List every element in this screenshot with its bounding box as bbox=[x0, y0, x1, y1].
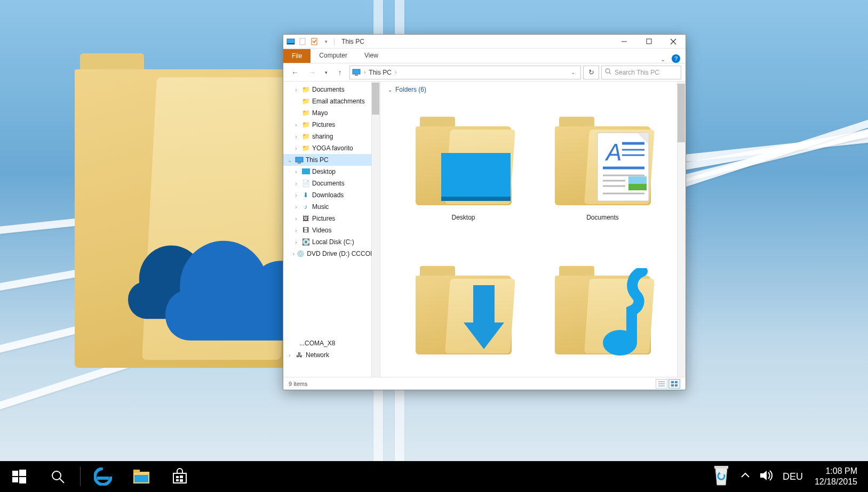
content-pane[interactable]: ⌄ Folders (6) Desktop bbox=[380, 82, 686, 377]
svg-rect-14 bbox=[302, 168, 310, 174]
help-icon[interactable]: ? bbox=[672, 54, 680, 63]
titlebar[interactable]: ▾ | This PC bbox=[283, 35, 686, 49]
taskbar[interactable]: DEU 1:08 PM 12/18/2015 bbox=[0, 461, 868, 492]
svg-line-11 bbox=[609, 72, 611, 74]
folder-item-music[interactable]: Music bbox=[536, 251, 670, 377]
volume-icon[interactable] bbox=[759, 469, 774, 484]
tree-item-mayo[interactable]: 📁Mayo bbox=[283, 107, 380, 119]
edge-icon bbox=[94, 467, 112, 486]
tree-item-dvd[interactable]: ›💿DVD Drive (D:) CCCOMA_X bbox=[283, 248, 380, 260]
content-scrollbar[interactable] bbox=[677, 82, 686, 377]
folder-icon: 📁 bbox=[301, 97, 310, 106]
folder-label: Documents bbox=[586, 214, 619, 221]
nav-history-button[interactable]: ▾ bbox=[322, 66, 330, 79]
desktop: ▾ | This PC File Computer View bbox=[0, 0, 868, 492]
tree-item-yoga[interactable]: ›📁YOGA favorito bbox=[283, 142, 380, 154]
svg-point-32 bbox=[603, 330, 637, 356]
taskbar-divider bbox=[80, 467, 81, 486]
taskbar-edge[interactable] bbox=[84, 461, 122, 492]
svg-rect-38 bbox=[671, 384, 674, 386]
tree-scrollbar[interactable] bbox=[371, 82, 380, 377]
downloads-icon: ⬇ bbox=[301, 191, 310, 199]
ribbon-tab-view[interactable]: View bbox=[356, 48, 387, 63]
refresh-button[interactable]: ↻ bbox=[583, 66, 599, 79]
close-button[interactable] bbox=[661, 35, 686, 49]
quick-access-doc-icon[interactable] bbox=[298, 37, 307, 46]
tree-item-desktop[interactable]: ›Desktop bbox=[283, 166, 380, 178]
navigation-tree[interactable]: ›📁Documents 📁Email attachments 📁Mayo ›📁P… bbox=[283, 82, 380, 377]
network-icon: 🖧 bbox=[295, 351, 304, 359]
system-menu-icon[interactable] bbox=[286, 37, 295, 46]
ribbon-tab-computer[interactable]: Computer bbox=[310, 48, 356, 63]
svg-rect-2 bbox=[300, 38, 305, 45]
tree-item-pictures[interactable]: ›📁Pictures bbox=[283, 119, 380, 131]
folder-item-desktop[interactable]: Desktop bbox=[396, 102, 530, 240]
icons-view-button[interactable] bbox=[668, 379, 680, 389]
tree-item-tree-pictures[interactable]: ›🖼Pictures bbox=[283, 213, 380, 224]
tree-item-documents[interactable]: ›📁Documents bbox=[283, 84, 380, 95]
address-bar[interactable]: › This PC › ⌄ bbox=[349, 66, 581, 79]
taskbar-explorer[interactable] bbox=[122, 461, 161, 492]
svg-text:A: A bbox=[604, 139, 622, 165]
nav-forward-button[interactable]: → bbox=[305, 66, 320, 79]
breadcrumb-sep-icon[interactable]: › bbox=[364, 69, 365, 75]
folder-item-documents[interactable]: A bbox=[536, 102, 670, 240]
tree-item-this-pc[interactable]: ⌄This PC bbox=[283, 154, 380, 166]
svg-rect-5 bbox=[647, 39, 651, 44]
windows-logo-icon bbox=[12, 470, 26, 483]
pictures-icon: 🖼 bbox=[301, 214, 310, 223]
search-input[interactable] bbox=[615, 69, 678, 76]
group-header-label: Folders (6) bbox=[395, 86, 426, 93]
search-box[interactable] bbox=[601, 66, 681, 79]
svg-rect-27 bbox=[628, 184, 647, 190]
svg-rect-55 bbox=[714, 466, 728, 469]
music-overlay-icon bbox=[587, 268, 656, 359]
address-dropdown-icon[interactable]: ⌄ bbox=[568, 69, 578, 75]
tree-item-tree-documents[interactable]: ›📄Documents bbox=[283, 178, 380, 189]
file-explorer-icon bbox=[132, 469, 150, 485]
svg-rect-1 bbox=[287, 43, 294, 44]
store-icon bbox=[171, 468, 188, 485]
language-indicator[interactable]: DEU bbox=[783, 471, 803, 482]
tree-item-truncated[interactable]: ...COMA_X8 bbox=[283, 337, 380, 349]
chevron-down-icon: ⌄ bbox=[388, 87, 392, 93]
maximize-button[interactable] bbox=[636, 35, 661, 49]
breadcrumb-sep-icon[interactable]: › bbox=[395, 69, 396, 75]
tree-item-music[interactable]: ›♪Music bbox=[283, 201, 380, 213]
quick-access-dropdown-icon[interactable]: ▾ bbox=[322, 37, 330, 46]
details-view-button[interactable] bbox=[656, 379, 667, 389]
folder-icon: 📁 bbox=[301, 144, 310, 152]
folder-item-downloads[interactable]: Downloads bbox=[396, 251, 530, 377]
tray-overflow-icon[interactable] bbox=[740, 470, 751, 483]
ribbon-expand-icon[interactable]: ⌄ bbox=[657, 56, 668, 63]
taskbar-store[interactable] bbox=[161, 461, 199, 492]
clock-date: 12/18/2015 bbox=[815, 477, 857, 487]
window-title: This PC bbox=[338, 38, 364, 45]
ribbon: File Computer View ⌄ ? bbox=[283, 49, 686, 63]
status-item-count: 9 items bbox=[289, 381, 307, 387]
recycle-bin-icon[interactable] bbox=[711, 464, 731, 489]
svg-rect-40 bbox=[12, 471, 18, 476]
nav-up-button[interactable]: ↑ bbox=[332, 66, 347, 79]
tree-item-sharing[interactable]: ›📁sharing bbox=[283, 131, 380, 142]
tree-item-downloads[interactable]: ›⬇Downloads bbox=[283, 189, 380, 201]
nav-back-button[interactable]: ← bbox=[288, 66, 302, 79]
search-button[interactable] bbox=[38, 461, 77, 492]
quick-access-properties-icon[interactable] bbox=[310, 37, 318, 46]
group-header-folders[interactable]: ⌄ Folders (6) bbox=[380, 82, 686, 96]
status-bar: 9 items bbox=[283, 377, 686, 390]
ribbon-tab-file[interactable]: File bbox=[283, 49, 310, 63]
tree-item-videos[interactable]: ›🎞Videos bbox=[283, 224, 380, 236]
minimize-button[interactable] bbox=[612, 35, 636, 49]
breadcrumb[interactable]: This PC bbox=[369, 69, 392, 76]
system-tray[interactable]: DEU 1:08 PM 12/18/2015 bbox=[704, 464, 868, 489]
desktop-icon bbox=[301, 167, 310, 176]
tree-item-email[interactable]: 📁Email attachments bbox=[283, 95, 380, 107]
tree-item-local-disk[interactable]: ›💽Local Disk (C:) bbox=[283, 236, 380, 248]
clock-time: 1:08 PM bbox=[815, 466, 857, 477]
svg-rect-54 bbox=[180, 479, 183, 482]
start-button[interactable] bbox=[0, 461, 38, 492]
clock[interactable]: 1:08 PM 12/18/2015 bbox=[811, 466, 861, 487]
svg-point-44 bbox=[52, 471, 61, 480]
tree-item-network[interactable]: ›🖧Network bbox=[283, 349, 380, 361]
